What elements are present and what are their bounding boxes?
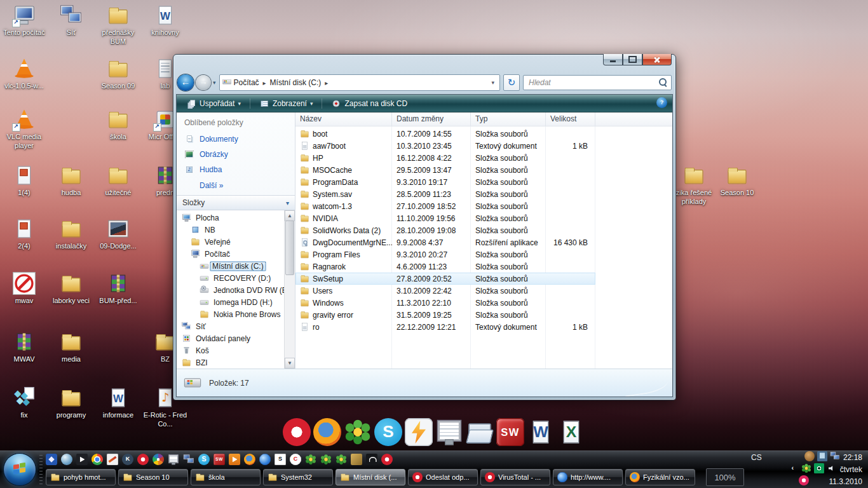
file-row-aaw7boot[interactable]: aaw7boot10.3.2010 23:45Textový dokument1…	[295, 140, 595, 152]
tree-item-s[interactable]: Síť	[177, 320, 284, 332]
desktop-icon-zika-e-en-p-klady[interactable]: zika řešené příklady	[671, 164, 717, 207]
picasa-quicklaunch-button[interactable]	[153, 454, 164, 468]
tree-item-po-ta[interactable]: Počítač	[177, 248, 284, 260]
tree-scrollbar[interactable]: ▲ ▼	[284, 210, 295, 369]
help-button[interactable]	[656, 97, 667, 110]
desktop-icon-instala-ky[interactable]: instalačky	[48, 217, 94, 251]
desktop-icon-informace[interactable]: informace	[95, 386, 141, 420]
orb-quicklaunch-button[interactable]	[61, 454, 72, 468]
globe-quicklaunch-button[interactable]	[259, 454, 271, 468]
chrome-quicklaunch-button[interactable]	[92, 454, 103, 468]
chevron-left-tray-icon[interactable]	[789, 463, 799, 476]
icq-tray-icon[interactable]	[801, 463, 811, 476]
tree-item-nb[interactable]: NB	[177, 224, 284, 236]
solidworks-quicklaunch-button[interactable]	[214, 454, 225, 468]
desktop-icon-p-edn-ky-bum[interactable]: přednášky BUM	[95, 4, 141, 46]
column-header-datum-zm-ny[interactable]: Datum změny	[392, 112, 471, 126]
tree-item-ve-ejn[interactable]: Veřejné	[177, 236, 284, 248]
network-tray-icon[interactable]	[830, 451, 840, 464]
folder-open-dock-button[interactable]	[466, 418, 494, 449]
close-button[interactable]	[642, 54, 672, 65]
desktop-icon-mwav[interactable]: mwav	[1, 272, 47, 306]
zoom-level-indicator[interactable]: 100%	[706, 468, 744, 486]
headphones-quicklaunch-button[interactable]	[366, 454, 377, 468]
desktop-icon-fix[interactable]: fix	[1, 386, 47, 420]
search-input[interactable]	[527, 78, 659, 88]
icq-quicklaunch-button[interactable]	[305, 454, 316, 468]
brush-quicklaunch-button[interactable]	[351, 454, 362, 468]
taskbar-button-fyzik-ln-vzo[interactable]: Fyzikální vzo...	[625, 469, 695, 485]
column-header-typ[interactable]: Typ	[471, 112, 546, 126]
taskbar-button-system32[interactable]: System32	[263, 469, 333, 485]
toolbar-button-uspo-dat[interactable]: Uspořádat	[182, 97, 245, 111]
file-row-ragnarok[interactable]: Ragnarok4.6.2009 11:23Složka souborů	[295, 261, 595, 273]
search-icon[interactable]	[659, 78, 667, 86]
desktop-icon-kola[interactable]: škola	[95, 108, 141, 142]
desktop-icon-laborky-veci[interactable]: laborky veci	[48, 272, 94, 306]
file-row-nvidia[interactable]: NVIDIA11.10.2009 19:56Složka souborů	[295, 212, 595, 224]
minimize-button[interactable]	[603, 54, 623, 65]
firefox-dock-button[interactable]	[313, 418, 341, 449]
taskbar-button-season-10[interactable]: Season 10	[118, 469, 188, 485]
scrollbar-thumb[interactable]	[285, 220, 294, 275]
desktop-icon-bum-p-ed[interactable]: BUM-před...	[95, 272, 141, 306]
speaker-tray-icon[interactable]	[827, 463, 837, 476]
tree-item-recovery-d[interactable]: RECOVERY (D:)	[177, 272, 284, 284]
desktop-icon-mwav[interactable]: MWAV	[1, 330, 47, 364]
address-dropdown-icon[interactable]: ▾	[488, 79, 498, 86]
clock-time[interactable]: 22:18	[843, 453, 862, 462]
toolbar-button-zobrazen[interactable]: Zobrazení	[255, 97, 318, 111]
tree-item-plocha[interactable]: Plocha	[177, 212, 284, 224]
display-quicklaunch-button[interactable]	[168, 454, 179, 468]
favorites-more-link[interactable]: Další »	[177, 177, 295, 195]
file-row-watcom-1-3[interactable]: watcom-1.327.10.2009 18:52Složka souborů	[295, 200, 595, 212]
file-row-msocache[interactable]: MSOCache29.5.2009 13:47Složka souborů	[295, 164, 595, 176]
pinnacle-quicklaunch-button[interactable]	[107, 454, 118, 468]
start-button[interactable]	[4, 454, 36, 485]
taskbar-button-virustotal[interactable]: VirusTotal - ...	[480, 469, 550, 485]
swirl-tray-icon[interactable]	[804, 451, 815, 464]
taskbar-button-kola[interactable]: škola	[191, 469, 261, 485]
skype-dock-button[interactable]	[374, 418, 402, 449]
desktop-icon-media[interactable]: media	[48, 330, 94, 364]
back-button[interactable]	[177, 74, 194, 91]
column-header-velikost[interactable]: Velikost	[546, 112, 595, 126]
kmplayer-quicklaunch-button[interactable]	[122, 454, 133, 468]
display-dock-button[interactable]	[435, 418, 463, 449]
language-indicator[interactable]: CS	[751, 453, 762, 462]
media-player-quicklaunch-button[interactable]	[76, 454, 88, 468]
icq-quicklaunch-button[interactable]	[336, 454, 347, 468]
excel-dock-button[interactable]	[557, 418, 585, 449]
file-row-ro[interactable]: ro22.12.2009 12:21Textový dokument1 kB	[295, 321, 595, 333]
taskbar-button-odeslat-odp[interactable]: Odeslat odp...	[408, 469, 478, 485]
desktop-icon-knihovny[interactable]: knihovny	[142, 4, 188, 37]
tree-item-jednotka-dvd-rw-e[interactable]: Jednotka DVD RW (E	[177, 284, 284, 296]
forward-button[interactable]	[196, 75, 211, 90]
word-dock-button[interactable]	[527, 418, 555, 449]
file-row-windows[interactable]: Windows11.3.2010 22:10Složka souborů	[295, 297, 595, 309]
desktop-icon-programy[interactable]: programy	[48, 386, 94, 420]
sketchup-quicklaunch-button[interactable]	[275, 454, 286, 468]
file-row-hp[interactable]: HP16.12.2008 4:22Složka souborů	[295, 152, 595, 164]
file-row-swsetup[interactable]: SwSetup27.8.2009 20:52Složka souborů	[295, 273, 595, 285]
icq-dock-button[interactable]	[344, 418, 372, 449]
tree-item-nokia-phone-brows[interactable]: Nokia Phone Brows	[177, 308, 284, 320]
window-titlebar[interactable]	[176, 55, 673, 71]
tree-item-m-stn-disk-c[interactable]: Místní disk (C:)	[177, 260, 284, 272]
file-row-boot[interactable]: boot10.7.2009 14:55Složka souborů	[295, 128, 595, 140]
wmp-quicklaunch-button[interactable]	[229, 454, 240, 468]
favorites-link-obr-zky[interactable]: Obrázky	[177, 147, 295, 162]
tree-item-bzi[interactable]: BZI	[177, 356, 284, 369]
taskbar-grip[interactable]	[39, 455, 43, 484]
remote-desktop-quicklaunch-button[interactable]	[183, 454, 194, 468]
solidworks-dock-button[interactable]	[496, 418, 524, 449]
comodo-quicklaunch-button[interactable]	[290, 454, 301, 468]
maximize-button[interactable]	[623, 54, 642, 65]
breadcrumb-segment-po-ta[interactable]: Počítač	[232, 77, 268, 88]
firefox-quicklaunch-button[interactable]	[244, 454, 255, 468]
msn-quicklaunch-button[interactable]	[46, 454, 57, 468]
scroll-up-icon[interactable]: ▲	[285, 210, 295, 221]
taskbar-button-pohyb-hmot[interactable]: pohyb hmot...	[46, 469, 116, 485]
desktop-icon-u-ite-n[interactable]: užitečné	[95, 164, 141, 198]
breadcrumb-segment-m-stn-disk-c[interactable]: Místní disk (C:)	[268, 77, 330, 88]
